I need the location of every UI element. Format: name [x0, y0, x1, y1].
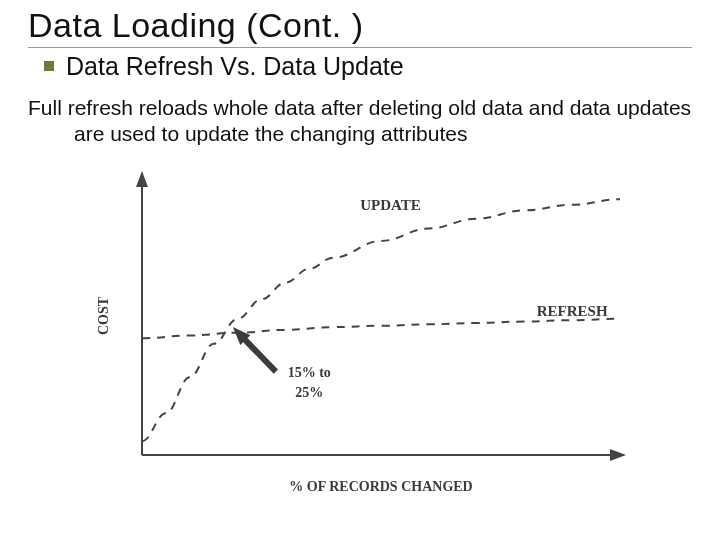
chart-annotation: 25%: [295, 385, 323, 400]
series-refresh: [142, 319, 620, 338]
subtitle-text: Data Refresh Vs. Data Update: [66, 52, 404, 81]
subtitle-row: Data Refresh Vs. Data Update: [44, 52, 692, 81]
chart-svg: UPDATEREFRESH15% to25%% OF RECORDS CHANG…: [80, 163, 640, 503]
x-axis-label: % OF RECORDS CHANGED: [289, 479, 472, 494]
chart-annotation: UPDATE: [360, 198, 421, 214]
annotation-arrow-icon: [233, 327, 278, 374]
body-text-wrap: Full refresh reloads whole data after de…: [28, 95, 692, 148]
page-title: Data Loading (Cont. ): [28, 8, 692, 48]
bullet-square-icon: [44, 61, 54, 71]
chart-annotation: REFRESH: [537, 303, 608, 319]
slide: Data Loading (Cont. ) Data Refresh Vs. D…: [0, 0, 720, 540]
chart-annotation: 15% to: [288, 365, 331, 380]
body-text: Full refresh reloads whole data after de…: [28, 95, 692, 148]
chart: UPDATEREFRESH15% to25%% OF RECORDS CHANG…: [80, 163, 640, 503]
y-axis-label: COST: [96, 296, 111, 335]
